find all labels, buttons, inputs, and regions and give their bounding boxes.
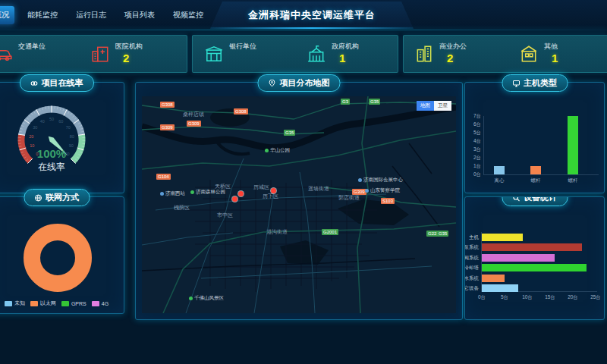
panel-host-types-title: 主机类型 [502, 74, 568, 92]
road-badge-G308: G308 [160, 102, 175, 108]
project-marker[interactable] [271, 188, 276, 193]
monitor-icon [512, 80, 520, 87]
legend-item-4G[interactable]: 4G [92, 300, 109, 307]
map-poi-label: 千佛山风景区 [189, 295, 224, 302]
stat-value: 1 [552, 53, 558, 64]
y-tick: 3台 [465, 146, 481, 153]
network-legend: 未知以太网GPRS4G [0, 300, 124, 307]
map-place-label: 桑梓店镇 [183, 111, 204, 118]
svg-text:80: 80 [70, 134, 74, 139]
svg-text:10: 10 [30, 143, 34, 148]
x-axis [483, 174, 599, 175]
tab-项目列表[interactable]: 项目列表 [119, 6, 160, 24]
y-tick: 2台 [465, 155, 481, 162]
legend-swatch [61, 301, 69, 306]
svg-text:20: 20 [29, 134, 33, 139]
road-badge-S103: S103 [381, 198, 395, 204]
map-poi-label: 山东警察学院 [365, 187, 400, 194]
stat-政府机构: 政府机构1 [307, 42, 359, 64]
legend-label: 未知 [14, 300, 25, 307]
svg-text:50: 50 [49, 117, 54, 121]
legend-swatch [5, 301, 12, 306]
stat-text: 银行单位 [229, 42, 256, 64]
panel-online-rate-title: 项目在线率 [20, 74, 94, 92]
cat-水系统: 水系统 [464, 275, 479, 282]
poi-dot-icon [365, 189, 369, 193]
y-tick: 1台 [465, 163, 481, 170]
map-poi-label: 济南国际会展中心 [358, 177, 403, 184]
project-marker[interactable] [238, 191, 244, 196]
bar-水系统 [482, 275, 505, 282]
bar-冷却塔 [482, 264, 587, 271]
online-rate-gauge: 0102030405060708090100100%在线率 [0, 83, 124, 193]
y-tick: 0台 [465, 171, 481, 178]
car-icon [0, 44, 13, 64]
stat-label: 交通单位 [18, 42, 46, 52]
tab-视频监控[interactable]: 视频监控 [168, 6, 209, 24]
map-poi-label: 济南森林公园 [190, 189, 225, 196]
svg-text:90: 90 [69, 143, 74, 148]
poi-text: 济南西站 [165, 190, 185, 197]
bank-icon [204, 44, 224, 64]
map-place-label: 港沟街道 [266, 228, 288, 236]
stat-text: 交通单位 [18, 42, 46, 64]
road-badge-G104: G104 [156, 174, 171, 180]
magnifier-icon [512, 196, 520, 202]
svg-text:40: 40 [40, 119, 45, 124]
legend-label: 以太网 [40, 300, 56, 307]
page-title: 金洲科瑞中央空调运维平台 [248, 8, 376, 22]
poi-dot-icon [190, 190, 194, 194]
x-tick: 20台 [565, 294, 580, 301]
map-toggle-地图[interactable]: 地图 [417, 101, 434, 111]
map-poi-label: 华山公园 [265, 147, 290, 154]
stat-text: 政府机构1 [332, 42, 359, 64]
government-icon [307, 44, 326, 64]
stat-value: 2 [123, 53, 143, 64]
poi-dot-icon [265, 149, 269, 152]
bar-螺杆 [530, 166, 541, 174]
tab-运行日志[interactable]: 运行日志 [71, 6, 112, 24]
stat-其他: 其他1 [519, 42, 558, 64]
dashboard: 概况能耗监控运行日志项目列表视频监控 金洲科瑞中央空调运维平台 交通单位医院机构… [0, 0, 607, 364]
bar-阀系统 [482, 254, 555, 262]
x-cat: 螺杆 [521, 177, 551, 184]
panel-project-map: 项目分布地图 G308G309G309G308G35G3G35G309S103G… [135, 82, 463, 320]
map-canvas[interactable]: G308G309G309G308G35G3G35G309S103G104G200… [142, 96, 456, 313]
legend-item-以太网[interactable]: 以太网 [30, 300, 56, 307]
project-marker[interactable] [232, 196, 237, 202]
stat-card-office-other: 商业办公2其他1 [403, 35, 607, 73]
map-place-label: 槐荫区 [174, 204, 190, 212]
network-donut-chart [0, 205, 124, 300]
map-place-label: 郭店街道 [338, 194, 360, 202]
road-badge-G309: G309 [187, 121, 201, 127]
host-types-chart: 0台1台2台3台4台5台6台7台离心螺杆螺杆 [465, 83, 604, 193]
office-icon [414, 44, 434, 64]
legend-item-未知[interactable]: 未知 [5, 300, 25, 307]
stat-银行单位: 银行单位 [204, 42, 256, 64]
bar-螺杆 [568, 116, 578, 174]
road-badge-G35: G35 [284, 130, 295, 136]
tab-概况[interactable]: 概况 [0, 6, 14, 24]
legend-item-GPRS[interactable]: GPRS [61, 300, 86, 307]
map-toggle-卫星[interactable]: 卫星 [434, 101, 451, 111]
cat-泵系统: 泵系统 [464, 244, 479, 251]
poi-text: 济南国际会展中心 [363, 177, 403, 184]
tab-能耗监控[interactable]: 能耗监控 [22, 6, 63, 24]
y-axis [483, 116, 484, 175]
header: 概况能耗监控运行日志项目列表视频监控 金洲科瑞中央空调运维平台 [0, 0, 607, 30]
poi-text: 济南森林公园 [196, 189, 225, 196]
poi-text: 千佛山风景区 [194, 295, 224, 302]
y-tick: 6台 [465, 121, 481, 128]
road-badge-G35: G35 [369, 99, 380, 105]
cat-其它设备: 其它设备 [464, 285, 479, 292]
cat-主机: 主机 [464, 234, 479, 241]
stat-card-bank-government: 银行单位政府机构1 [192, 35, 398, 73]
legend-label: 4G [102, 301, 109, 306]
globe-icon [34, 194, 42, 202]
x-tick: 5台 [497, 294, 512, 301]
road-badge-G3: G3 [341, 99, 350, 105]
panel-network-mode: 联网方式 未知以太网GPRS4G [0, 196, 124, 314]
stat-value [237, 53, 256, 64]
bar-其它设备 [482, 284, 518, 292]
poi-text: 华山公园 [270, 147, 290, 154]
